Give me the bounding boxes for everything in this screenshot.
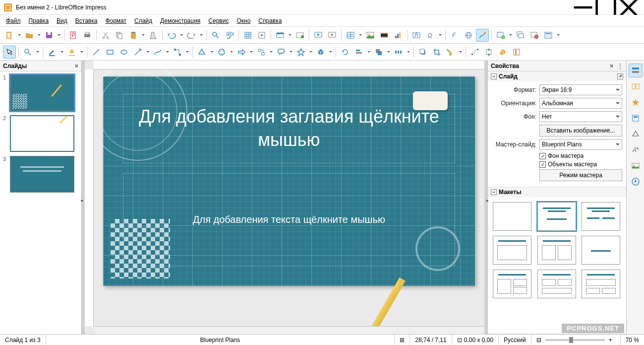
canvas-viewport[interactable]: Для добавления заглавия щёлкните мышью Д… [94, 69, 484, 326]
slides-panel-close-icon[interactable]: × [75, 63, 78, 69]
layout-blank[interactable] [493, 202, 531, 231]
slide-layout-button[interactable] [542, 29, 555, 42]
select-tool[interactable] [3, 46, 16, 59]
snap-button[interactable] [255, 29, 268, 42]
layout-4[interactable] [493, 236, 531, 265]
line-color-tool[interactable] [46, 46, 59, 59]
title-placeholder[interactable]: Для добавления заглавия щёлкните мышью [123, 94, 455, 163]
layout-title-2content[interactable] [582, 202, 620, 231]
orientation-select[interactable]: Альбомная [539, 98, 622, 109]
points-tool[interactable] [468, 46, 481, 59]
insert-av-button[interactable] [378, 29, 391, 42]
duplicate-slide-button[interactable] [514, 29, 527, 42]
save-dropdown[interactable] [57, 33, 61, 37]
display-views-button[interactable] [274, 29, 287, 42]
layout-8[interactable] [537, 270, 576, 298]
tab-gallery[interactable] [629, 159, 643, 173]
menu-edit[interactable]: Правка [25, 16, 53, 26]
fill-color-tool[interactable] [65, 46, 78, 59]
close-button[interactable] [617, 0, 640, 15]
tab-master-slides[interactable] [629, 111, 643, 125]
arrow-line-dropdown[interactable] [145, 50, 150, 54]
line-color-dropdown[interactable] [59, 50, 64, 54]
print-button[interactable] [81, 29, 94, 42]
menu-view[interactable]: Вид [53, 16, 71, 26]
insert-textbox-button[interactable]: A [410, 29, 423, 42]
slide-thumb-3[interactable] [10, 156, 74, 193]
glue-points-tool[interactable] [482, 46, 495, 59]
stars-dropdown[interactable] [308, 50, 313, 54]
align-tool[interactable] [352, 46, 365, 59]
zoom-tool[interactable] [21, 46, 34, 59]
filter-dropdown[interactable] [458, 50, 463, 54]
align-dropdown[interactable] [366, 50, 371, 54]
tab-shapes[interactable] [629, 127, 643, 141]
find-button[interactable] [209, 29, 222, 42]
status-zoom-value[interactable]: 70 % [621, 335, 644, 345]
zoom-dropdown[interactable] [35, 50, 40, 54]
tab-slide-transition[interactable] [629, 79, 643, 93]
rotate-tool[interactable] [339, 46, 351, 59]
new-button[interactable] [3, 29, 16, 42]
menu-tools[interactable]: Сервис [204, 16, 233, 26]
arrange-dropdown[interactable] [386, 50, 391, 54]
arrange-tool[interactable] [372, 46, 385, 59]
slide-section-more-icon[interactable]: ↗ [617, 73, 623, 79]
callout-dropdown[interactable] [289, 50, 293, 54]
layout-title-content[interactable] [537, 202, 576, 231]
cut-button[interactable] [99, 29, 112, 42]
distribute-dropdown[interactable] [406, 50, 411, 54]
insert-table-dropdown[interactable] [358, 33, 363, 37]
redo-dropdown[interactable] [199, 33, 204, 37]
properties-panel-menu-icon[interactable]: ⋮ [617, 63, 623, 69]
redo-button[interactable] [185, 29, 198, 42]
master-bg-checkbox[interactable]: ✓ [539, 153, 546, 159]
layout-7[interactable] [493, 270, 531, 298]
crop-tool[interactable] [430, 46, 443, 59]
menu-file[interactable]: Файл [2, 16, 25, 26]
3d-objects-tool[interactable] [314, 46, 327, 59]
menu-slide[interactable]: Слайд [130, 16, 156, 26]
tab-animation[interactable] [629, 95, 643, 109]
open-button[interactable] [23, 29, 36, 42]
paste-button[interactable] [127, 29, 140, 42]
spellcheck-button[interactable]: abc [223, 29, 236, 42]
slide-canvas[interactable]: Для добавления заглавия щёлкните мышью Д… [103, 76, 475, 286]
shadow-tool[interactable] [416, 46, 429, 59]
open-dropdown[interactable] [37, 33, 42, 37]
new-slide-dropdown[interactable] [508, 33, 513, 37]
status-insert-mode-icon[interactable]: ⊞ [395, 335, 410, 345]
filter-tool[interactable] [444, 46, 457, 59]
insert-fontwork-button[interactable]: F [448, 29, 461, 42]
master-slide-button[interactable] [293, 29, 306, 42]
insert-chart-button[interactable] [392, 29, 405, 42]
block-arrows-dropdown[interactable] [249, 50, 254, 54]
insert-hyperlink-button[interactable] [462, 29, 475, 42]
distribute-tool[interactable] [392, 46, 405, 59]
insert-image-button[interactable]: Вставить изображение... [539, 125, 622, 137]
copy-button[interactable] [113, 29, 126, 42]
ellipse-tool[interactable] [117, 46, 130, 59]
symbol-shapes-dropdown[interactable] [229, 50, 234, 54]
zoom-fit-icon[interactable]: ⊟ [536, 337, 541, 344]
arrow-line-tool[interactable] [131, 46, 144, 59]
connector-tool[interactable] [171, 46, 184, 59]
connector-dropdown[interactable] [185, 50, 190, 54]
slide-section-collapse-icon[interactable]: − [491, 73, 497, 79]
menu-format[interactable]: Формат [101, 16, 130, 26]
menu-help[interactable]: Справка [254, 16, 286, 26]
start-slideshow-button[interactable] [312, 29, 325, 42]
display-views-dropdown[interactable] [288, 33, 293, 37]
menu-window[interactable]: Окно [233, 16, 254, 26]
flowchart-dropdown[interactable] [269, 50, 274, 54]
curve-dropdown[interactable] [165, 50, 170, 54]
master-objects-checkbox[interactable]: ✓ [539, 161, 546, 168]
zoom-slider[interactable] [545, 339, 605, 341]
clone-format-button[interactable] [147, 29, 160, 42]
curve-tool[interactable] [151, 46, 164, 59]
master-mode-button[interactable]: Режим мастера [539, 169, 622, 181]
layout-6[interactable] [582, 236, 620, 265]
fill-color-dropdown[interactable] [79, 50, 84, 54]
right-splitter[interactable] [484, 61, 487, 334]
menu-insert[interactable]: Вставка [71, 16, 102, 26]
